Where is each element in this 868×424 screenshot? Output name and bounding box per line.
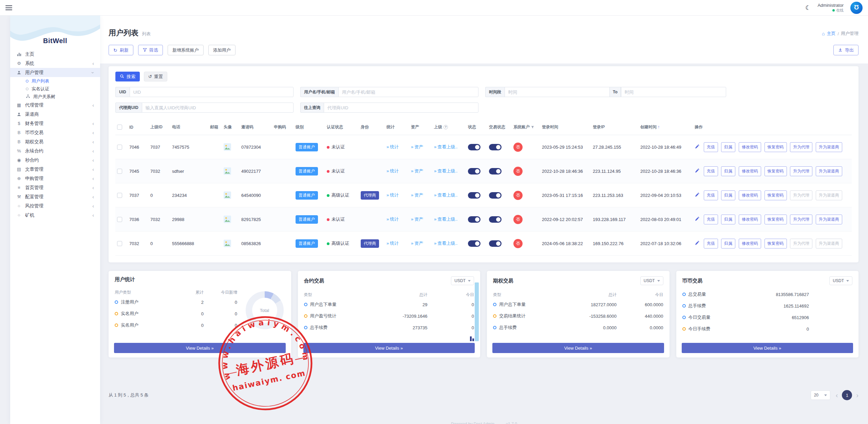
- avatar-image-icon[interactable]: [224, 192, 231, 197]
- add-system-account-button[interactable]: 新增系统账户: [168, 45, 204, 55]
- assets-link[interactable]: »资产: [411, 241, 423, 246]
- view-parent-link[interactable]: »查看上级..: [434, 144, 457, 149]
- prev-page-icon[interactable]: ‹: [836, 392, 838, 399]
- row-checkbox[interactable]: [117, 217, 122, 222]
- promote-channel-button[interactable]: 升为渠道商: [816, 215, 842, 224]
- stats-link[interactable]: »统计: [386, 241, 399, 246]
- status-toggle[interactable]: [468, 144, 480, 150]
- sidebar-item-risk[interactable]: ○ 风控管理 ‹: [10, 201, 100, 210]
- page-size-select[interactable]: 20: [811, 390, 830, 400]
- sidebar-subitem-user-list[interactable]: 用户列表: [10, 77, 100, 85]
- view-details-button[interactable]: View Details »: [682, 343, 853, 353]
- assets-link[interactable]: »资产: [411, 144, 423, 149]
- sidebar-item-spot-trade[interactable]: B 币币交易 ‹: [10, 128, 100, 137]
- status-toggle[interactable]: [468, 168, 480, 174]
- export-button[interactable]: 导出: [833, 45, 858, 55]
- view-parent-link[interactable]: »查看上级..: [434, 192, 457, 198]
- change-password-button[interactable]: 修改密码: [739, 239, 761, 248]
- usdt-select[interactable]: USDT: [640, 276, 663, 285]
- status-toggle[interactable]: [468, 216, 480, 223]
- ownership-button[interactable]: 归属: [721, 215, 735, 224]
- ownership-button[interactable]: 归属: [721, 190, 735, 200]
- add-user-button[interactable]: 添加用户: [208, 45, 235, 55]
- avatar-image-icon[interactable]: [224, 144, 231, 149]
- restore-password-button[interactable]: 恢复密码: [765, 142, 787, 152]
- row-checkbox[interactable]: [117, 169, 122, 174]
- view-parent-link[interactable]: »查看上级..: [434, 168, 457, 173]
- promote-agent-button[interactable]: 升为代理: [790, 215, 812, 224]
- restore-password-button[interactable]: 恢复密码: [765, 239, 787, 248]
- assets-link[interactable]: »资产: [411, 192, 423, 198]
- recharge-button[interactable]: 充值: [704, 239, 718, 248]
- time-from-input[interactable]: [505, 87, 610, 97]
- avatar-image-icon[interactable]: [224, 168, 231, 173]
- user-menu[interactable]: Administrator 在线: [817, 3, 844, 13]
- view-parent-link[interactable]: »查看上级..: [434, 217, 457, 222]
- agent-uid-input[interactable]: [142, 103, 294, 113]
- restore-password-button[interactable]: 恢复密码: [765, 190, 787, 200]
- ownership-button[interactable]: 归属: [721, 166, 735, 176]
- recharge-button[interactable]: 充值: [704, 166, 718, 176]
- sidebar-item-channel[interactable]: 渠道商: [10, 110, 100, 119]
- current-page[interactable]: 1: [842, 390, 852, 400]
- row-checkbox[interactable]: [117, 193, 122, 198]
- edit-icon[interactable]: [695, 144, 700, 150]
- filter-button[interactable]: 筛选: [138, 45, 163, 55]
- recharge-button[interactable]: 充值: [704, 142, 718, 152]
- uid-input[interactable]: [130, 87, 294, 97]
- promote-agent-button[interactable]: 升为代理: [790, 166, 812, 176]
- usdt-select[interactable]: USDT: [829, 276, 852, 285]
- sidebar-item-subscription[interactable]: ⊕ 申购管理 ‹: [10, 174, 100, 183]
- ownership-button[interactable]: 归属: [721, 142, 735, 152]
- brand-logo-icon[interactable]: Ʊ: [850, 2, 863, 14]
- row-checkbox[interactable]: [117, 145, 122, 150]
- sidebar-subitem-kyc[interactable]: 实名认证: [10, 85, 100, 93]
- change-password-button[interactable]: 修改密码: [739, 142, 761, 152]
- trade-status-toggle[interactable]: [489, 192, 502, 199]
- restore-password-button[interactable]: 恢复密码: [765, 215, 787, 224]
- up-query-input[interactable]: [324, 103, 478, 113]
- promote-agent-button[interactable]: 升为代理: [790, 190, 812, 200]
- trade-status-toggle[interactable]: [489, 216, 502, 223]
- reset-button[interactable]: ↺ 重置: [144, 72, 167, 81]
- sidebar-item-articles[interactable]: ▤ 文章管理 ‹: [10, 165, 100, 174]
- sidebar-item-config[interactable]: ⚒ 配置管理 ‹: [10, 192, 100, 201]
- status-toggle[interactable]: [468, 240, 480, 247]
- sidebar-item-agent[interactable]: ▦ 代理管理 ‹: [10, 100, 100, 110]
- avatar-image-icon[interactable]: [224, 240, 231, 245]
- sidebar-item-miner[interactable]: ○ 矿机 ‹: [10, 210, 100, 220]
- view-details-button[interactable]: View Details »: [303, 343, 475, 353]
- promote-agent-button[interactable]: 升为代理: [790, 239, 812, 248]
- change-password-button[interactable]: 修改密码: [739, 166, 761, 176]
- ownership-button[interactable]: 归属: [721, 239, 735, 248]
- view-parent-link[interactable]: »查看上级..: [434, 241, 457, 246]
- promote-channel-button[interactable]: 升为渠道商: [816, 166, 842, 176]
- change-password-button[interactable]: 修改密码: [739, 215, 761, 224]
- edit-icon[interactable]: [695, 240, 700, 246]
- restore-password-button[interactable]: 恢复密码: [765, 166, 787, 176]
- sidebar-item-homepage[interactable]: ≡ 首页管理 ‹: [10, 183, 100, 192]
- row-checkbox[interactable]: [117, 241, 122, 246]
- sidebar-item-second-contract[interactable]: ◉ 秒合约 ‹: [10, 155, 100, 165]
- recharge-button[interactable]: 充值: [704, 190, 718, 200]
- username-input[interactable]: [338, 87, 478, 97]
- change-password-button[interactable]: 修改密码: [739, 190, 761, 200]
- sidebar-subitem-user-tree[interactable]: 用户关系树: [10, 93, 100, 100]
- sidebar-item-system[interactable]: ⚙ 系统 ‹: [10, 59, 100, 68]
- trade-status-toggle[interactable]: [489, 144, 502, 150]
- assets-link[interactable]: »资产: [411, 168, 423, 173]
- assets-link[interactable]: »资产: [411, 217, 423, 222]
- sidebar-item-user-management[interactable]: 用户管理 ›: [10, 68, 100, 77]
- promote-channel-button[interactable]: 升为渠道商: [816, 142, 842, 152]
- next-page-icon[interactable]: ›: [856, 392, 858, 399]
- sidebar-item-finance[interactable]: $ 财务管理 ‹: [10, 119, 100, 128]
- promote-channel-button[interactable]: 升为渠道商: [816, 239, 842, 248]
- search-button[interactable]: 搜索: [115, 72, 140, 81]
- refresh-button[interactable]: ↻ 刷新: [109, 45, 133, 55]
- breadcrumb-home[interactable]: 主页: [827, 31, 835, 37]
- edit-icon[interactable]: [695, 216, 700, 222]
- promote-channel-button[interactable]: 升为渠道商: [816, 190, 842, 200]
- view-details-button[interactable]: View Details »: [114, 343, 286, 353]
- edit-icon[interactable]: [695, 192, 700, 198]
- stats-link[interactable]: »统计: [386, 217, 399, 222]
